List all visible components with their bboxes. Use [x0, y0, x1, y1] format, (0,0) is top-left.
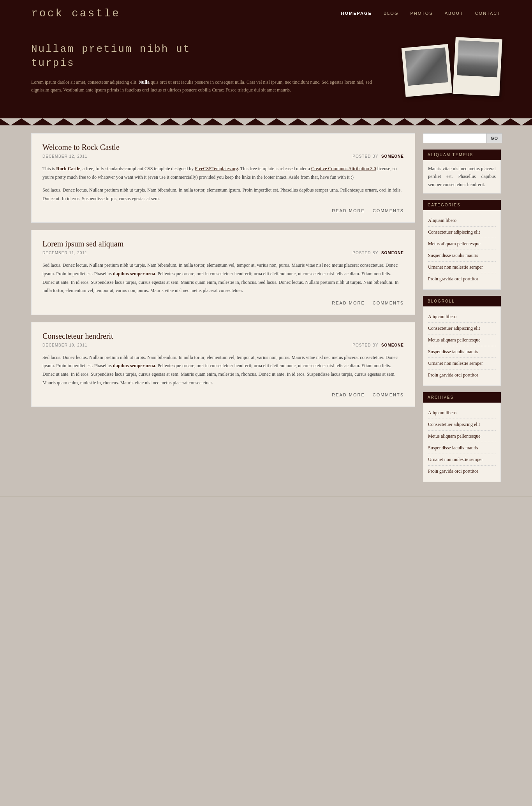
main-nav: HOMEPAGE BLOG PHOTOS ABOUT CONTACT — [341, 11, 501, 16]
content-area: Welcome to Rock Castle DECEMBER 12, 2011… — [0, 125, 532, 496]
hero-body: Lorem ipsum daolor sit amet, consectetur… — [31, 78, 388, 94]
hero-section: Nullam pretium nibh utturpis Lorem ipsum… — [0, 26, 532, 118]
article-3-comments[interactable]: COMMENTS — [373, 392, 404, 397]
archive-item-5[interactable]: Urnanet non molestie semper — [428, 454, 496, 466]
main-content: Welcome to Rock Castle DECEMBER 12, 2011… — [31, 133, 415, 414]
article-1-body1: This is Rock Castle, a free, fully stand… — [42, 165, 404, 181]
article-3-meta: DECEMBER 10, 2011 POSTED BY SOMEONE — [42, 343, 404, 347]
article-2-title: Lorem ipsum sed aliquam — [42, 239, 404, 248]
article-1-author: SOMEONE — [381, 154, 404, 158]
nav-about[interactable]: ABOUT — [445, 11, 463, 16]
sidebar-categories-body: Aliquam libero Consectetuer adipiscing e… — [423, 210, 501, 290]
category-item-3[interactable]: Metus aliquam pellentesque — [428, 238, 496, 250]
article-2-read-more[interactable]: READ MORE — [332, 301, 365, 305]
sidebar-aliquam-tempus-header: ALIQUAM TEMPUS — [423, 150, 501, 160]
article-1-title: Welcome to Rock Castle — [42, 143, 404, 152]
sidebar-archives-body: Aliquam libero Consectetuer adipiscing e… — [423, 403, 501, 482]
search-widget: GO — [423, 133, 501, 143]
article-2-date: DECEMBER 11, 2011 — [42, 251, 87, 255]
sidebar-archives: ARCHIVES Aliquam libero Consectetuer adi… — [423, 392, 501, 482]
nav-blog[interactable]: BLOG — [384, 11, 399, 16]
archives-list: Aliquam libero Consectetuer adipiscing e… — [428, 407, 496, 477]
hero-text: Nullam pretium nibh utturpis Lorem ipsum… — [31, 42, 388, 94]
category-item-1[interactable]: Aliquam libero — [428, 215, 496, 227]
search-input[interactable] — [423, 133, 487, 143]
sidebar-archives-header: ARCHIVES — [423, 392, 501, 403]
article-3-read-more[interactable]: READ MORE — [332, 392, 365, 397]
nav-photos[interactable]: PHOTOS — [410, 11, 433, 16]
sidebar-categories-header: CATEGORIES — [423, 200, 501, 210]
article-1-comments[interactable]: COMMENTS — [373, 208, 404, 213]
article-3-author-line: POSTED BY SOMEONE — [352, 343, 404, 347]
nav-contact[interactable]: CONTACT — [475, 11, 501, 16]
category-item-6[interactable]: Proin gravida orci porttitor — [428, 273, 496, 285]
article-1-meta: DECEMBER 12, 2011 POSTED BY SOMEONE — [42, 154, 404, 158]
article-2-author-line: POSTED BY SOMEONE — [352, 251, 404, 255]
article-1-author-line: POSTED BY SOMEONE — [352, 154, 404, 158]
archive-item-2[interactable]: Consectetuer adipiscing elit — [428, 419, 496, 431]
article-2-body1: Sed lacus. Donec lectus. Nullam pretium … — [42, 261, 404, 295]
article-2-meta: DECEMBER 11, 2011 POSTED BY SOMEONE — [42, 251, 404, 255]
article-2-author: SOMEONE — [381, 251, 404, 255]
article-1-posted-by: POSTED BY — [352, 154, 378, 158]
categories-list: Aliquam libero Consectetuer adipiscing e… — [428, 215, 496, 285]
archive-item-3[interactable]: Metus aliquam pellentesque — [428, 431, 496, 442]
article-1: Welcome to Rock Castle DECEMBER 12, 2011… — [31, 133, 415, 223]
hero-title: Nullam pretium nibh utturpis — [31, 42, 388, 70]
footer-area — [0, 496, 532, 508]
article-3-posted-by: POSTED BY — [352, 343, 378, 347]
article-3-date: DECEMBER 10, 2011 — [42, 343, 87, 347]
cc-link[interactable]: Creative Commons Attribution 3.0 — [311, 166, 376, 171]
article-3-footer: READ MORE COMMENTS — [42, 392, 404, 397]
site-title: rock castle — [31, 7, 120, 19]
category-item-4[interactable]: Suspendisse iaculis mauris — [428, 250, 496, 262]
sidebar-aliquam-tempus: ALIQUAM TEMPUS Mauris vitae nisl nec met… — [423, 150, 501, 194]
article-1-footer: READ MORE COMMENTS — [42, 208, 404, 213]
archive-item-6[interactable]: Proin gravida orci porttitor — [428, 466, 496, 477]
freecss-link[interactable]: FreeCSSTemplates.org — [195, 166, 238, 171]
blogroll-item-6[interactable]: Proin gravida orci porttitor — [428, 370, 496, 381]
photo-frame-1 — [402, 44, 453, 97]
article-3-body1: Sed lacus. Donec lectus. Nullam pretium … — [42, 354, 404, 387]
article-2-comments[interactable]: COMMENTS — [373, 301, 404, 305]
blogroll-item-5[interactable]: Urnanet non molestie semper — [428, 358, 496, 370]
article-3-title: Consecteteur hendrerit — [42, 332, 404, 341]
photo-image-1 — [405, 48, 448, 86]
zigzag-divider-top — [0, 118, 532, 125]
category-item-5[interactable]: Urnanet non molestie semper — [428, 262, 496, 273]
archive-item-4[interactable]: Suspendisse iaculis mauris — [428, 442, 496, 454]
sidebar-aliquam-tempus-text: Mauris vitae nisl nec metus placerat per… — [428, 165, 496, 188]
sidebar: GO ALIQUAM TEMPUS Mauris vitae nisl nec … — [423, 133, 501, 488]
blogroll-item-3[interactable]: Metus aliquam pellentesque — [428, 334, 496, 346]
sidebar-categories: CATEGORIES Aliquam libero Consectetuer a… — [423, 200, 501, 290]
article-1-date: DECEMBER 12, 2011 — [42, 154, 87, 158]
photo-frame-2 — [453, 37, 502, 96]
search-button[interactable]: GO — [487, 133, 502, 143]
article-2: Lorem ipsum sed aliquam DECEMBER 11, 201… — [31, 230, 415, 315]
archive-item-1[interactable]: Aliquam libero — [428, 407, 496, 419]
sidebar-blogroll: BLOGROLL Aliquam libero Consectetuer adi… — [423, 296, 501, 386]
hero-photos — [403, 38, 501, 95]
header: rock castle HOMEPAGE BLOG PHOTOS ABOUT C… — [0, 0, 532, 26]
article-1-read-more[interactable]: READ MORE — [332, 208, 365, 213]
article-2-posted-by: POSTED BY — [352, 251, 378, 255]
article-3: Consecteteur hendrerit DECEMBER 10, 2011… — [31, 322, 415, 407]
blogroll-item-2[interactable]: Consectetuer adipiscing elit — [428, 323, 496, 334]
nav-homepage[interactable]: HOMEPAGE — [341, 11, 372, 16]
article-3-author: SOMEONE — [381, 343, 404, 347]
photo-image-2 — [457, 40, 499, 77]
sidebar-blogroll-header: BLOGROLL — [423, 296, 501, 306]
article-2-footer: READ MORE COMMENTS — [42, 301, 404, 305]
category-item-2[interactable]: Consectetuer adipiscing elit — [428, 227, 496, 238]
blogroll-list: Aliquam libero Consectetuer adipiscing e… — [428, 311, 496, 381]
blogroll-item-4[interactable]: Suspendisse iaculis mauris — [428, 346, 496, 358]
sidebar-blogroll-body: Aliquam libero Consectetuer adipiscing e… — [423, 306, 501, 386]
article-1-body2: Sed lacus. Donec lectus. Nullam pretium … — [42, 186, 404, 203]
sidebar-aliquam-tempus-body: Mauris vitae nisl nec metus placerat per… — [423, 160, 501, 194]
blogroll-item-1[interactable]: Aliquam libero — [428, 311, 496, 323]
